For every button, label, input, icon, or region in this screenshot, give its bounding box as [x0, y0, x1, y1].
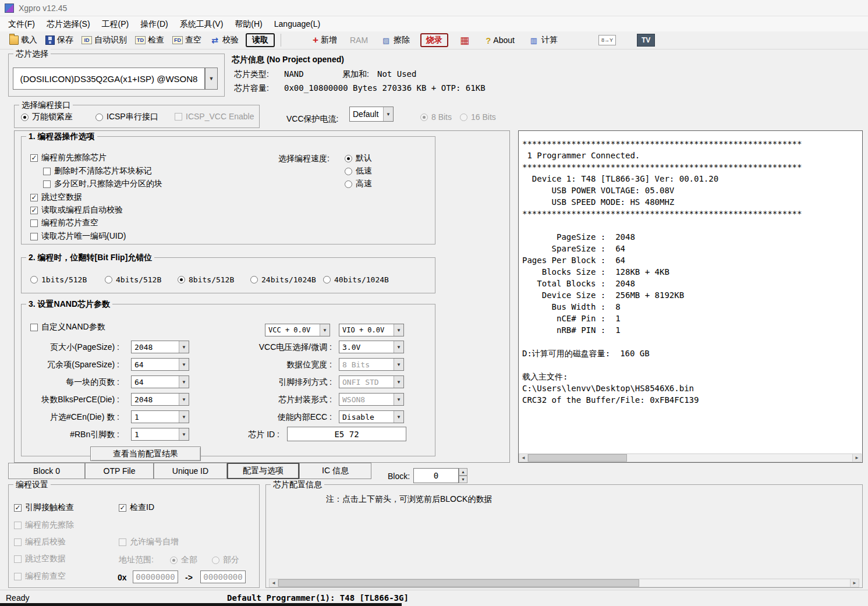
dropdown-arrow-icon[interactable] — [179, 376, 189, 388]
ce-count-value: 1 — [132, 411, 179, 423]
cb-custom-nand-params[interactable]: 自定义NAND参数 — [30, 322, 105, 332]
cb-erase-selected-partition[interactable]: 多分区时,只擦除选中分区的块 — [43, 179, 162, 189]
save-button[interactable]: 保存 — [42, 34, 77, 47]
rbn-count-combo[interactable]: 1 — [131, 428, 189, 441]
pin-map-button[interactable] — [595, 34, 619, 47]
sparesize-combo[interactable]: 64 — [131, 358, 189, 371]
add-button[interactable]: 新增 — [309, 34, 341, 47]
cb-blank-check-before[interactable]: 编程前芯片查空 — [30, 218, 98, 228]
tab-otp-file[interactable]: OTP File — [85, 463, 154, 479]
scroll-right-icon[interactable]: ► — [850, 579, 859, 587]
cb-check-id[interactable]: 检查ID — [119, 502, 154, 513]
dropdown-arrow-icon[interactable] — [394, 324, 403, 336]
internal-ecc-combo[interactable]: Disable — [339, 410, 404, 423]
radio-speed-low[interactable]: 低速 — [345, 166, 372, 176]
blocks-per-ce-combo[interactable]: 2048 — [131, 393, 189, 406]
calculate-button[interactable]: 计算 — [525, 34, 561, 47]
console-panel[interactable]: ****************************************… — [518, 130, 863, 463]
read-button[interactable]: 读取 — [246, 33, 275, 47]
load-button[interactable]: 载入 — [6, 34, 41, 47]
pages-per-block-combo[interactable]: 64 — [131, 375, 189, 388]
console-hscroll-thumb[interactable] — [528, 454, 627, 462]
chip-id-value[interactable]: E5 72 — [287, 427, 406, 441]
bitflip-legend: 2. 编程时，位翻转[Bit Flip]允错位 — [26, 253, 154, 262]
dropdown-arrow-icon[interactable] — [179, 359, 189, 370]
tab-block0[interactable]: Block 0 — [8, 463, 85, 479]
view-config-button[interactable]: 查看当前配置结果 — [90, 446, 201, 461]
radio-speed-high[interactable]: 高速 — [345, 179, 372, 189]
tab-config-options[interactable]: 配置与选项 — [227, 463, 299, 479]
scroll-left-icon[interactable]: ◄ — [270, 579, 278, 587]
block-spinner[interactable] — [459, 468, 467, 483]
vcc-voltage-value: 3.0V — [339, 341, 394, 353]
dropdown-arrow-icon[interactable] — [394, 341, 403, 353]
vcc-voltage-combo[interactable]: 3.0V — [339, 341, 404, 353]
vio-offset-combo[interactable]: VIO + 0.0V — [339, 324, 404, 336]
chip-grid-button[interactable] — [456, 34, 473, 47]
scroll-right-icon[interactable]: ► — [852, 454, 861, 462]
vcc-voltage-label: VCC电压选择/微调 : — [233, 342, 332, 352]
data-width-value: 8 Bits — [339, 359, 394, 370]
radio-bitflip-1bits[interactable]: 1bits/512B — [30, 275, 87, 284]
addr-to-input[interactable]: 00000000 — [200, 570, 246, 583]
cb-skip-blank-data-label: 跳过空数据 — [41, 192, 82, 203]
chip-config-hscroll-thumb[interactable] — [278, 579, 639, 587]
pagesize-combo[interactable]: 2048 — [131, 341, 189, 353]
ram-label: RAM — [350, 36, 368, 45]
cb-skip-blank-program-label: 跳过空数据 — [25, 554, 66, 564]
about-button[interactable]: About — [482, 34, 518, 47]
dropdown-arrow-icon[interactable] — [394, 411, 403, 423]
toolbar: 载入 保存 自动识别 检查 查空 校验 读取 新增 — [0, 31, 868, 49]
cb-erase-chip-first[interactable]: 编程前先擦除芯片 — [30, 153, 107, 163]
menu-chip-select[interactable]: 芯片选择(S) — [41, 16, 96, 31]
tv-button[interactable]: TV — [637, 34, 655, 47]
addr-from-input[interactable]: 00000000 — [133, 570, 178, 583]
radio-bitflip-40bits[interactable]: 40bits/1024B — [323, 275, 389, 284]
verify-button[interactable]: 校验 — [206, 34, 242, 47]
chip-config-hscrollbar[interactable]: ◄ ► — [269, 579, 859, 587]
dropdown-arrow-icon[interactable] — [179, 411, 189, 423]
cb-read-uid[interactable]: 读取芯片唯一编码(UID) — [30, 231, 126, 242]
blank-check-button[interactable]: 查空 — [169, 34, 205, 47]
erase-button[interactable]: 擦除 — [377, 34, 413, 47]
dropdown-arrow-icon[interactable] — [179, 341, 189, 353]
cb-pin-contact-check[interactable]: 引脚接触检查 — [14, 502, 74, 513]
radio-bitflip-8bits[interactable]: 8bits/512B — [178, 275, 234, 284]
dropdown-arrow-icon[interactable] — [383, 107, 393, 121]
spin-up-icon[interactable] — [459, 468, 467, 476]
vcc-offset-combo[interactable]: VCC + 0.0V — [265, 324, 330, 336]
auto-identify-button[interactable]: 自动识别 — [78, 34, 130, 47]
radio-dot-icon — [30, 276, 38, 283]
menu-project[interactable]: 工程(P) — [96, 16, 135, 31]
console-hscrollbar[interactable]: ◄ ► — [519, 453, 862, 462]
spin-down-icon[interactable] — [459, 476, 467, 483]
radio-icsp-serial[interactable]: ICSP串行接口 — [95, 112, 158, 122]
burn-button[interactable]: 烧录 — [420, 33, 448, 47]
radio-universal-socket[interactable]: 万能锁紧座 — [21, 112, 73, 122]
dropdown-arrow-icon[interactable] — [179, 428, 189, 440]
tab-ic-info[interactable]: IC 信息 — [299, 463, 371, 479]
radio-bitflip-4bits[interactable]: 4bits/512B — [105, 275, 161, 284]
radio-bitflip-24bits[interactable]: 24bits/1024B — [250, 275, 316, 284]
cb-skip-blank-data[interactable]: 跳过空数据 — [30, 192, 82, 203]
check-button[interactable]: 检查 — [132, 34, 168, 47]
menu-language[interactable]: Language(L) — [268, 16, 326, 31]
scroll-left-icon[interactable]: ◄ — [519, 454, 528, 462]
checkbox-box-icon — [14, 555, 22, 563]
tab-unique-id[interactable]: Unique ID — [154, 463, 227, 479]
menu-help[interactable]: 帮助(H) — [229, 16, 268, 31]
dropdown-arrow-icon[interactable] — [179, 394, 189, 405]
menu-system-tools[interactable]: 系统工具(V) — [174, 16, 229, 31]
block-number-input[interactable]: 0 — [413, 468, 459, 483]
chip-select-dropdown-button[interactable] — [205, 68, 218, 90]
ce-count-combo[interactable]: 1 — [131, 410, 189, 423]
chip-select-value[interactable]: (DOSILICON)DS35Q2GA(x1+ISP) @WSON8 — [13, 68, 205, 90]
menu-file[interactable]: 文件(F) — [2, 16, 41, 31]
pages-per-block-value: 64 — [132, 376, 179, 388]
dropdown-arrow-icon[interactable] — [320, 324, 330, 336]
cb-auto-verify[interactable]: 读取或编程后自动校验 — [30, 205, 123, 215]
menu-operation[interactable]: 操作(D) — [134, 16, 173, 31]
vcc-current-combo[interactable]: Default — [349, 107, 394, 122]
radio-speed-default[interactable]: 默认 — [345, 153, 372, 164]
cb-keep-badblock-marks[interactable]: 删除时不清除芯片坏块标记 — [43, 166, 152, 176]
